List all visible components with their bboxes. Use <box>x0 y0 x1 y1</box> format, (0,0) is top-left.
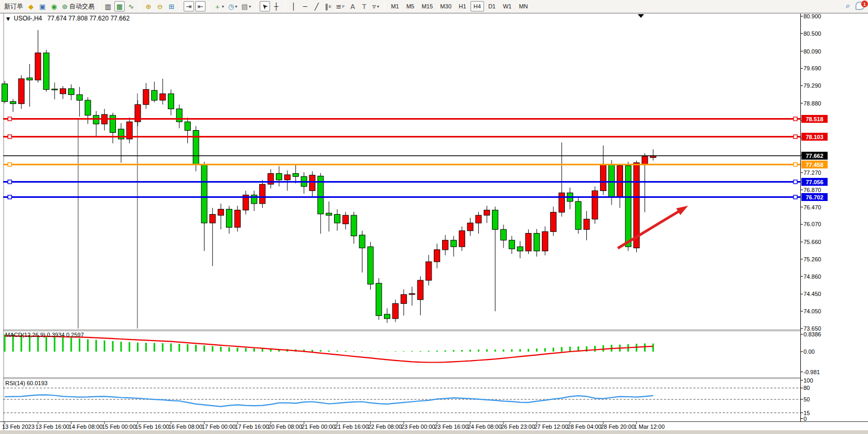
tf-d1[interactable]: D1 <box>485 1 499 12</box>
toolbar-separator <box>384 2 384 11</box>
line-handle[interactable] <box>8 135 12 139</box>
candle-body <box>110 115 116 133</box>
line-handle[interactable] <box>8 180 12 184</box>
time-tick-label: 24 Feb 08:00 <box>468 424 502 430</box>
text-icon[interactable]: A <box>347 1 358 12</box>
new-order-button[interactable]: 新订单 <box>3 1 25 12</box>
market-watch-icon[interactable]: ▣ <box>37 1 48 12</box>
chart-symbol-period: USOil-,H4 <box>14 15 42 22</box>
time-tick-label: 23 Feb 00:00 <box>401 424 435 430</box>
candle-body <box>335 215 340 223</box>
signals-icon[interactable]: ◉ <box>49 1 59 12</box>
candle-body <box>218 209 224 216</box>
new-chart-icon[interactable]: ＋▾ <box>212 1 226 12</box>
candle-body <box>384 314 390 319</box>
line-handle[interactable] <box>8 195 12 199</box>
chevron-down-icon[interactable]: ▼ <box>6 16 10 22</box>
toolbar-separator <box>99 2 100 11</box>
candle-body <box>401 294 406 303</box>
notification-badge: 1 <box>861 1 868 7</box>
zoom-out-icon[interactable]: ⊖ <box>155 1 165 12</box>
candle-body <box>35 53 41 80</box>
toolbar-separator <box>180 2 180 11</box>
price-tick-label: 76.470 <box>803 204 821 210</box>
candle-body <box>326 213 332 215</box>
price-tick-label: 77.270 <box>803 170 821 176</box>
chat-icon[interactable]: 1 <box>855 2 865 10</box>
candle-body <box>517 247 523 251</box>
tile-windows-icon[interactable]: ⊞ <box>166 1 177 12</box>
charts-gold-icon[interactable]: ◆ <box>26 1 36 12</box>
price-tick-label: 74.050 <box>803 308 821 314</box>
time-tick-label: 14 Feb 08:00 <box>69 424 103 430</box>
tf-m1[interactable]: M1 <box>388 1 402 12</box>
line-handle[interactable] <box>8 163 12 166</box>
equidistant-channel-icon[interactable]: ∥E <box>323 1 334 12</box>
candle-body <box>185 122 190 130</box>
rsi-tick-label: 50 <box>803 396 810 403</box>
zoom-in-icon[interactable]: ⊕ <box>143 1 154 12</box>
horizontal-line-icon[interactable]: ─ <box>300 1 310 12</box>
line-handle[interactable] <box>794 180 797 184</box>
candle-body <box>52 89 58 90</box>
tf-w1[interactable]: W1 <box>500 1 515 12</box>
chart-canvas[interactable]: 80.90080.50080.09079.69079.29078.88078.4… <box>0 0 868 434</box>
price-tick-label: 76.070 <box>803 221 821 227</box>
periods-clock-icon[interactable]: ◷▾ <box>227 1 239 12</box>
crosshair-icon[interactable]: ┼ <box>271 1 282 12</box>
price-tick-label: 79.290 <box>803 82 821 89</box>
price-tick-label: 75.660 <box>803 239 821 245</box>
candle-body <box>201 165 207 223</box>
candle-body <box>376 283 382 316</box>
line-handle[interactable] <box>794 117 797 121</box>
price-tick-label: 80.500 <box>803 30 821 37</box>
vertical-line-icon[interactable]: │ <box>288 1 299 12</box>
candle-body <box>492 210 498 229</box>
candle-body <box>193 131 199 165</box>
candle-body <box>168 94 174 109</box>
tf-m30[interactable]: M30 <box>437 1 454 12</box>
price-tick-label: 80.090 <box>803 48 821 55</box>
candle-body <box>2 84 8 102</box>
tf-h4[interactable]: H4 <box>470 1 484 12</box>
cursor-icon[interactable]: ➤ <box>260 1 270 12</box>
scroll-marker-icon[interactable] <box>638 14 644 18</box>
autotrade-button[interactable]: ⊚自动交易 <box>60 1 96 12</box>
search-icon[interactable]: ⌕ <box>846 1 850 10</box>
tf-m5[interactable]: M5 <box>403 1 417 12</box>
auto-scroll-icon[interactable]: ⇤ <box>195 1 206 12</box>
trendline-icon[interactable]: ╱ <box>312 1 322 12</box>
price-badge-label: 77.458 <box>806 162 823 168</box>
line-handle[interactable] <box>794 195 797 199</box>
chart-shift-icon[interactable]: ⇥ <box>184 1 194 12</box>
rsi-tick-label: 100 <box>803 377 813 384</box>
chart-ohlc-values: 77.674 77.808 77.620 77.662 <box>47 15 130 22</box>
shapes-icon[interactable]: ▿▾ <box>370 1 381 12</box>
candle-body <box>68 89 74 95</box>
candle-body <box>60 89 66 94</box>
label-icon[interactable]: T <box>359 1 369 12</box>
line-handle[interactable] <box>794 163 797 166</box>
fibonacci-icon[interactable]: ≡F <box>335 1 347 12</box>
candle-body <box>592 190 598 219</box>
tf-m15[interactable]: M15 <box>419 1 436 12</box>
time-tick-label: 13 Feb 2023 <box>2 424 35 430</box>
line-chart-style-icon[interactable]: ∿ <box>126 1 136 12</box>
tf-mn[interactable]: MN <box>516 1 531 12</box>
candle-body <box>642 156 648 164</box>
candlestick-style-icon[interactable]: ▦ <box>114 1 125 12</box>
rsi-tick-label: 0 <box>803 416 807 422</box>
toolbar-separator <box>256 2 256 11</box>
line-handle[interactable] <box>8 117 12 121</box>
candle-body <box>293 174 298 177</box>
price-tick-label: 79.690 <box>803 65 821 71</box>
candle-body <box>426 262 432 280</box>
bar-chart-style-icon[interactable]: ▥ <box>103 1 113 12</box>
time-tick-label: 26 Feb 23:00 <box>501 424 535 430</box>
tf-h1[interactable]: H1 <box>456 1 469 12</box>
templates-icon[interactable]: ▤▾ <box>240 1 252 12</box>
candle-body <box>226 209 232 228</box>
candle-body <box>584 219 590 230</box>
line-handle[interactable] <box>794 135 797 139</box>
trend-arrow-head[interactable] <box>676 206 688 215</box>
